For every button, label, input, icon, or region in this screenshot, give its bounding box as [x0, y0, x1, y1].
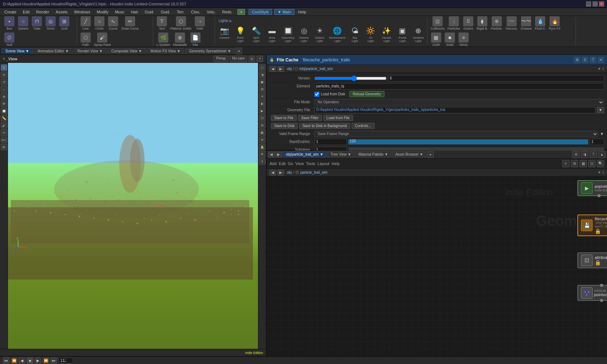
ng-collapse-icon[interactable]: ◑	[581, 151, 588, 158]
edit-tool[interactable]: ✏	[1, 129, 7, 136]
tool-circle[interactable]: ○ Circle	[93, 16, 106, 31]
tool-tube[interactable]: ⊓ Tube	[30, 16, 43, 31]
paint-tool[interactable]: 🖌	[1, 122, 7, 129]
particle-tool[interactable]: ※ Particle.	[490, 16, 504, 31]
load-from-disk-checkbox[interactable]	[314, 92, 319, 97]
handle-tool[interactable]: ⊕	[1, 93, 7, 100]
viewport-settings-icon[interactable]: ⚙	[1, 144, 7, 150]
ng-tab-tree-view[interactable]: Tree View ▼	[327, 151, 354, 157]
play-button[interactable]: ▶	[35, 357, 41, 364]
ng-menu-tools[interactable]: Tools	[306, 161, 315, 166]
info-icon[interactable]: ℹ	[259, 158, 266, 165]
ng-search-icon[interactable]: 🔍	[597, 160, 604, 167]
file-browse-button[interactable]: ▼	[597, 107, 604, 113]
save-to-file-button[interactable]: Save to File	[271, 115, 297, 121]
ambient-light-tool[interactable]: ⊕ AmbientLight	[411, 24, 426, 44]
save-to-disk-button[interactable]: Save to Disk	[271, 123, 298, 129]
ng-grid-view-icon[interactable]: ⊞	[571, 160, 578, 167]
nocam-button[interactable]: No cam	[230, 56, 247, 62]
view-tool[interactable]: 👁	[1, 100, 7, 107]
ng-netview-icon[interactable]: ⊡	[588, 160, 595, 167]
area-light-tool[interactable]: ▬ AreaLight	[265, 24, 279, 44]
tool-line[interactable]: ╱ Line	[79, 16, 92, 31]
coolstyle-button[interactable]: CoolStyle	[249, 9, 272, 15]
props-help-icon[interactable]: ?	[590, 57, 596, 63]
scale-tool[interactable]: ↔	[1, 86, 7, 92]
tab-composite-view[interactable]: Composite View ▼	[107, 48, 146, 54]
volume-light-tool[interactable]: ◎ VolumeLight	[297, 24, 311, 44]
gi-light-tool[interactable]: 🔆 GILight	[363, 24, 378, 44]
tool-grid[interactable]: ⊞ Grid	[58, 16, 71, 31]
menu-terr[interactable]: Terr.	[174, 9, 187, 15]
hide-icon[interactable]: 👁	[259, 151, 266, 157]
ng-menu-edit[interactable]: Edit	[279, 161, 286, 166]
vp-help-icon[interactable]: ?	[257, 56, 263, 62]
ng-tab-particle-trail-sim[interactable]: obj/particle_trail_sim ▼	[283, 151, 327, 157]
tab-motion-fx[interactable]: Motion FX View ▼	[147, 48, 185, 54]
main-button[interactable]: ▼ Main	[274, 9, 294, 15]
matte-icon[interactable]: ◐	[259, 100, 266, 107]
play-back-button[interactable]: ◀	[19, 357, 25, 364]
tab-animation-editor[interactable]: Animation Editor ▼	[34, 48, 73, 54]
safe-frame-icon[interactable]: ▦	[259, 129, 266, 136]
step-forward-button[interactable]: ⏩	[43, 357, 49, 364]
lock-icon[interactable]: 🔒	[259, 144, 266, 150]
ng-compact-view-icon[interactable]: ▦	[580, 160, 587, 167]
minimize-button[interactable]: _	[586, 1, 591, 6]
menu-help[interactable]: Help	[295, 9, 309, 15]
props-obj-path[interactable]: obj	[287, 67, 292, 71]
camera-tool[interactable]: 📷 Camera	[217, 24, 232, 44]
ng-nav-forward[interactable]: ▶	[277, 170, 284, 176]
popnet-node[interactable]: ▶ popnet Indie Edition	[577, 180, 607, 196]
ng-settings-icon[interactable]: ⚙	[572, 151, 580, 158]
props-close-icon[interactable]: ✕	[598, 57, 604, 63]
load-from-file-button[interactable]: Load from File	[323, 115, 353, 121]
frame-range-dropdown-icon[interactable]: ▼	[600, 131, 604, 136]
attribrandomize-node[interactable]: ⚀ attribrandomize_pscale 🔒	[577, 252, 607, 268]
props-info-icon[interactable]: ℹ	[582, 57, 588, 63]
select-tool[interactable]: ↖	[1, 64, 7, 71]
ng-nav-back[interactable]: ◀	[270, 170, 276, 176]
snap-icon[interactable]: ⊡	[259, 115, 266, 121]
spot-light-tool[interactable]: 🔦 SpotLight	[249, 24, 263, 44]
measure-tool[interactable]: 📏	[1, 115, 7, 121]
pointvop-node[interactable]: Attribute VOP pointvop_colors	[577, 285, 607, 301]
ng-menu-go[interactable]: Go	[288, 161, 293, 166]
ng-menu-add[interactable]: Add	[270, 161, 277, 166]
menu-create[interactable]: Create	[1, 9, 19, 15]
tool-draw-curve[interactable]: ✏ Draw Curve	[120, 16, 140, 31]
distant-light-tool[interactable]: ☀ DistantLight	[313, 24, 327, 44]
jump-to-end-button[interactable]: ⏭	[51, 357, 57, 364]
menu-guid2[interactable]: Guid.	[158, 9, 173, 15]
ng-menu-help[interactable]: Help	[332, 161, 340, 166]
tab-render-view[interactable]: Render View ▼	[73, 48, 107, 54]
ng-node-path[interactable]: particle_trail_sim	[300, 170, 327, 174]
snap-tool[interactable]: 🔲	[1, 108, 7, 114]
frame-range-select[interactable]: Save Frame Range	[314, 131, 598, 137]
scene-view[interactable]: error... x y z	[0, 63, 266, 349]
frame-input[interactable]	[59, 358, 73, 363]
persp-button[interactable]: Persp	[214, 56, 228, 62]
stop-button[interactable]: ■	[27, 357, 33, 364]
render-icon[interactable]: ▶	[259, 108, 266, 114]
save-filter-button[interactable]: Save Filter	[298, 115, 322, 121]
particles-tool[interactable]: ·: Particles	[446, 16, 461, 31]
menu-volu[interactable]: Volu.	[204, 9, 218, 15]
end-frame-slider[interactable]: 120	[348, 139, 588, 144]
ng-maximize-icon[interactable]: ▲	[598, 151, 606, 158]
controls-button[interactable]: Controls...	[352, 123, 375, 129]
rigid-b-tool[interactable]: ⧫ Rigid B.	[475, 16, 489, 31]
ng-canvas[interactable]: Geometry Indie Edition ▶	[267, 177, 607, 356]
tab-scene-view[interactable]: Scene View ▼	[1, 48, 33, 54]
caustic-light-tool[interactable]: ✨ CausticLight	[379, 24, 394, 44]
collapse-icon[interactable]: ▾	[3, 57, 5, 61]
menu-hair[interactable]: Hair	[128, 9, 141, 15]
plus-button[interactable]: +	[237, 9, 245, 15]
tool-torus[interactable]: ◎ Torus	[44, 16, 57, 31]
fluid-c-tool[interactable]: 💧 Fluid C.	[534, 16, 547, 31]
tool-lsystem[interactable]: 🌿 L-System	[155, 32, 171, 47]
popnet-output-port[interactable]	[598, 194, 600, 197]
env-light-tool[interactable]: 🌐 EnvironmentLight	[328, 24, 346, 44]
menu-reds[interactable]: Reds.	[219, 9, 236, 15]
point-light-tool[interactable]: 💡 PointLight	[233, 24, 247, 44]
